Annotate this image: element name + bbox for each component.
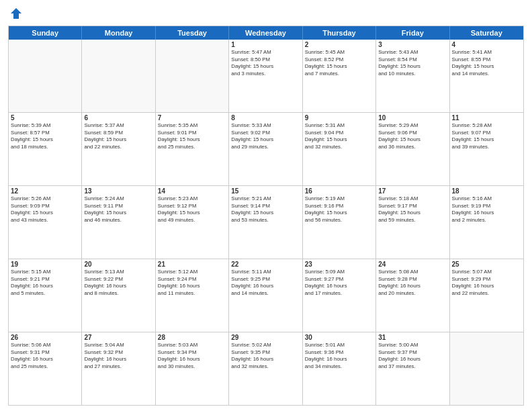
page: SundayMondayTuesdayWednesdayThursdayFrid… xyxy=(0,0,532,411)
day-info: Sunrise: 5:06 AM Sunset: 9:31 PM Dayligh… xyxy=(11,342,79,370)
day-info: Sunrise: 5:24 AM Sunset: 9:11 PM Dayligh… xyxy=(84,195,152,224)
day-info: Sunrise: 5:33 AM Sunset: 9:02 PM Dayligh… xyxy=(231,122,300,150)
day-number: 7 xyxy=(158,114,226,122)
header-day-tuesday: Tuesday xyxy=(156,26,229,40)
day-cell-7: 7Sunrise: 5:35 AM Sunset: 9:01 PM Daylig… xyxy=(156,113,229,185)
header-day-monday: Monday xyxy=(82,26,155,40)
day-cell-5: 5Sunrise: 5:39 AM Sunset: 8:57 PM Daylig… xyxy=(9,113,82,185)
day-number: 13 xyxy=(84,187,152,195)
day-info: Sunrise: 5:35 AM Sunset: 9:01 PM Dayligh… xyxy=(158,122,226,150)
day-cell-18: 18Sunrise: 5:16 AM Sunset: 9:19 PM Dayli… xyxy=(450,186,523,259)
day-cell-12: 12Sunrise: 5:26 AM Sunset: 9:09 PM Dayli… xyxy=(9,186,82,259)
day-info: Sunrise: 5:21 AM Sunset: 9:14 PM Dayligh… xyxy=(231,195,300,224)
day-info: Sunrise: 5:39 AM Sunset: 8:57 PM Dayligh… xyxy=(11,122,79,150)
calendar: SundayMondayTuesdayWednesdayThursdayFrid… xyxy=(8,26,524,406)
day-info: Sunrise: 5:37 AM Sunset: 8:59 PM Dayligh… xyxy=(84,122,152,150)
day-info: Sunrise: 5:23 AM Sunset: 9:12 PM Dayligh… xyxy=(158,195,226,224)
day-cell-20: 20Sunrise: 5:13 AM Sunset: 9:22 PM Dayli… xyxy=(82,259,155,332)
day-number: 8 xyxy=(231,114,300,122)
day-cell-14: 14Sunrise: 5:23 AM Sunset: 9:12 PM Dayli… xyxy=(156,186,229,259)
header-day-sunday: Sunday xyxy=(9,26,82,40)
day-number: 24 xyxy=(378,261,447,268)
day-number: 6 xyxy=(84,114,152,122)
day-info: Sunrise: 5:19 AM Sunset: 9:16 PM Dayligh… xyxy=(305,195,373,224)
day-info: Sunrise: 5:26 AM Sunset: 9:09 PM Dayligh… xyxy=(11,195,79,224)
day-cell-21: 21Sunrise: 5:12 AM Sunset: 9:24 PM Dayli… xyxy=(156,259,229,332)
day-info: Sunrise: 5:43 AM Sunset: 8:54 PM Dayligh… xyxy=(378,49,447,77)
day-info: Sunrise: 5:04 AM Sunset: 9:32 PM Dayligh… xyxy=(84,342,152,370)
day-info: Sunrise: 5:15 AM Sunset: 9:21 PM Dayligh… xyxy=(11,269,79,297)
day-cell-31: 31Sunrise: 5:00 AM Sunset: 9:37 PM Dayli… xyxy=(376,332,449,405)
day-number: 31 xyxy=(378,334,447,341)
day-cell-10: 10Sunrise: 5:29 AM Sunset: 9:06 PM Dayli… xyxy=(376,113,449,185)
day-info: Sunrise: 5:29 AM Sunset: 9:06 PM Dayligh… xyxy=(378,122,447,150)
calendar-row-1: 1Sunrise: 5:47 AM Sunset: 8:50 PM Daylig… xyxy=(9,40,523,112)
day-number: 18 xyxy=(452,187,521,195)
day-cell-30: 30Sunrise: 5:01 AM Sunset: 9:36 PM Dayli… xyxy=(303,332,376,405)
day-info: Sunrise: 5:28 AM Sunset: 9:07 PM Dayligh… xyxy=(452,122,521,150)
day-info: Sunrise: 5:02 AM Sunset: 9:35 PM Dayligh… xyxy=(231,342,300,370)
day-cell-1: 1Sunrise: 5:47 AM Sunset: 8:50 PM Daylig… xyxy=(229,40,302,112)
header xyxy=(8,7,524,20)
svg-marker-0 xyxy=(11,8,21,19)
day-cell-25: 25Sunrise: 5:07 AM Sunset: 9:29 PM Dayli… xyxy=(450,259,523,332)
calendar-row-4: 19Sunrise: 5:15 AM Sunset: 9:21 PM Dayli… xyxy=(9,259,523,332)
day-info: Sunrise: 5:13 AM Sunset: 9:22 PM Dayligh… xyxy=(84,269,152,297)
day-info: Sunrise: 5:01 AM Sunset: 9:36 PM Dayligh… xyxy=(305,342,373,370)
day-info: Sunrise: 5:41 AM Sunset: 8:55 PM Dayligh… xyxy=(452,49,521,77)
empty-cell xyxy=(82,40,155,112)
day-number: 2 xyxy=(305,41,373,48)
logo-icon xyxy=(9,7,23,20)
day-number: 10 xyxy=(378,114,447,122)
day-info: Sunrise: 5:31 AM Sunset: 9:04 PM Dayligh… xyxy=(305,122,373,150)
day-cell-23: 23Sunrise: 5:09 AM Sunset: 9:27 PM Dayli… xyxy=(303,259,376,332)
day-info: Sunrise: 5:07 AM Sunset: 9:29 PM Dayligh… xyxy=(452,269,521,297)
day-cell-17: 17Sunrise: 5:18 AM Sunset: 9:17 PM Dayli… xyxy=(376,186,449,259)
day-cell-26: 26Sunrise: 5:06 AM Sunset: 9:31 PM Dayli… xyxy=(9,332,82,405)
day-number: 21 xyxy=(158,261,226,268)
day-number: 5 xyxy=(11,114,79,122)
day-info: Sunrise: 5:03 AM Sunset: 9:34 PM Dayligh… xyxy=(158,342,226,370)
empty-cell xyxy=(450,332,523,405)
day-info: Sunrise: 5:16 AM Sunset: 9:19 PM Dayligh… xyxy=(452,195,521,224)
day-info: Sunrise: 5:08 AM Sunset: 9:28 PM Dayligh… xyxy=(378,269,447,297)
day-number: 17 xyxy=(378,187,447,195)
day-number: 23 xyxy=(305,261,373,268)
day-number: 1 xyxy=(231,41,300,48)
header-day-friday: Friday xyxy=(376,26,449,40)
day-cell-4: 4Sunrise: 5:41 AM Sunset: 8:55 PM Daylig… xyxy=(450,40,523,112)
day-number: 14 xyxy=(158,187,226,195)
day-cell-19: 19Sunrise: 5:15 AM Sunset: 9:21 PM Dayli… xyxy=(9,259,82,332)
day-number: 25 xyxy=(452,261,521,268)
day-info: Sunrise: 5:18 AM Sunset: 9:17 PM Dayligh… xyxy=(378,195,447,224)
day-info: Sunrise: 5:09 AM Sunset: 9:27 PM Dayligh… xyxy=(305,269,373,297)
day-cell-24: 24Sunrise: 5:08 AM Sunset: 9:28 PM Dayli… xyxy=(376,259,449,332)
day-cell-16: 16Sunrise: 5:19 AM Sunset: 9:16 PM Dayli… xyxy=(303,186,376,259)
day-info: Sunrise: 5:47 AM Sunset: 8:50 PM Dayligh… xyxy=(231,49,300,77)
day-cell-8: 8Sunrise: 5:33 AM Sunset: 9:02 PM Daylig… xyxy=(229,113,302,185)
day-number: 16 xyxy=(305,187,373,195)
header-day-wednesday: Wednesday xyxy=(229,26,302,40)
day-number: 11 xyxy=(452,114,521,122)
day-number: 9 xyxy=(305,114,373,122)
empty-cell xyxy=(156,40,229,112)
day-cell-11: 11Sunrise: 5:28 AM Sunset: 9:07 PM Dayli… xyxy=(450,113,523,185)
day-number: 12 xyxy=(11,187,79,195)
day-number: 4 xyxy=(452,41,521,48)
day-cell-28: 28Sunrise: 5:03 AM Sunset: 9:34 PM Dayli… xyxy=(156,332,229,405)
day-info: Sunrise: 5:45 AM Sunset: 8:52 PM Dayligh… xyxy=(305,49,373,77)
day-cell-3: 3Sunrise: 5:43 AM Sunset: 8:54 PM Daylig… xyxy=(376,40,449,112)
day-number: 3 xyxy=(378,41,447,48)
day-cell-9: 9Sunrise: 5:31 AM Sunset: 9:04 PM Daylig… xyxy=(303,113,376,185)
day-cell-13: 13Sunrise: 5:24 AM Sunset: 9:11 PM Dayli… xyxy=(82,186,155,259)
calendar-body: 1Sunrise: 5:47 AM Sunset: 8:50 PM Daylig… xyxy=(9,40,523,405)
day-info: Sunrise: 5:00 AM Sunset: 9:37 PM Dayligh… xyxy=(378,342,447,370)
header-day-saturday: Saturday xyxy=(450,26,523,40)
day-number: 20 xyxy=(84,261,152,268)
day-number: 15 xyxy=(231,187,300,195)
day-number: 26 xyxy=(11,334,79,341)
day-cell-6: 6Sunrise: 5:37 AM Sunset: 8:59 PM Daylig… xyxy=(82,113,155,185)
calendar-row-5: 26Sunrise: 5:06 AM Sunset: 9:31 PM Dayli… xyxy=(9,332,523,405)
empty-cell xyxy=(9,40,82,112)
calendar-row-3: 12Sunrise: 5:26 AM Sunset: 9:09 PM Dayli… xyxy=(9,185,523,259)
